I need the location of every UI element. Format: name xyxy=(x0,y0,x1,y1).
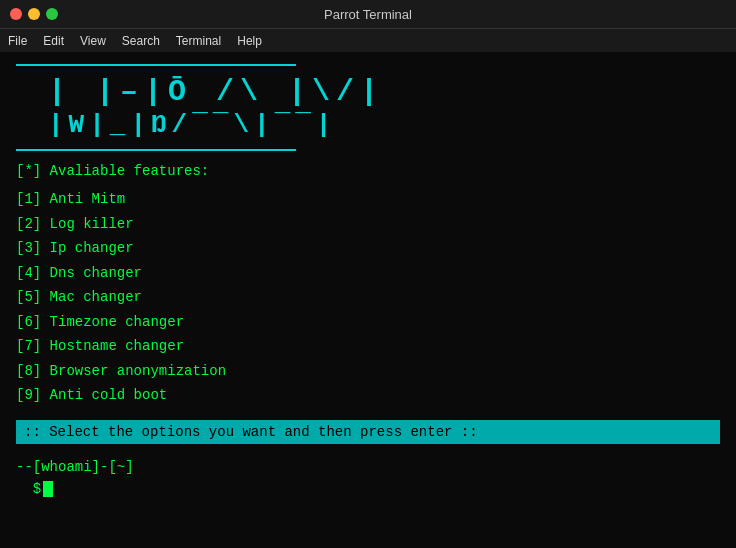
close-button[interactable] xyxy=(10,8,22,20)
feature-item-8: [8] Browser anonymization xyxy=(16,359,720,384)
feature-item-6: [6] Timezone changer xyxy=(16,310,720,335)
window-title: Parrot Terminal xyxy=(324,7,412,22)
menu-item-edit[interactable]: Edit xyxy=(43,34,64,48)
menu-bar: File Edit View Search Terminal Help xyxy=(0,28,736,52)
features-header: [*] Avaliable features: xyxy=(16,163,720,179)
ascii-line-top xyxy=(16,64,296,66)
feature-item-5: [5] Mac changer xyxy=(16,285,720,310)
selection-prompt[interactable]: :: Select the options you want and then … xyxy=(16,420,720,444)
feature-item-4: [4] Dns changer xyxy=(16,261,720,286)
menu-item-terminal[interactable]: Terminal xyxy=(176,34,221,48)
ascii-row-1: | |–|Ō /\ |\/| xyxy=(48,74,720,110)
menu-item-file[interactable]: File xyxy=(8,34,27,48)
title-bar: Parrot Terminal xyxy=(0,0,736,28)
terminal-area[interactable]: | |–|Ō /\ |\/| |W|_|Ŋ/‾‾\|‾‾| [*] Avalia… xyxy=(0,52,736,548)
ascii-row-2: |W|_|Ŋ/‾‾\|‾‾| xyxy=(48,110,720,141)
ascii-art: | |–|Ō /\ |\/| |W|_|Ŋ/‾‾\|‾‾| xyxy=(16,64,720,151)
menu-item-help[interactable]: Help xyxy=(237,34,262,48)
feature-list: [1] Anti Mitm [2] Log killer [3] Ip chan… xyxy=(16,187,720,408)
maximize-button[interactable] xyxy=(46,8,58,20)
minimize-button[interactable] xyxy=(28,8,40,20)
bash-prompt: --[whoami]-[~] $ xyxy=(16,456,720,501)
bash-sign xyxy=(16,481,33,497)
menu-item-search[interactable]: Search xyxy=(122,34,160,48)
ascii-line-bottom xyxy=(16,149,296,151)
cursor xyxy=(43,481,53,497)
traffic-lights xyxy=(10,8,58,20)
feature-item-3: [3] Ip changer xyxy=(16,236,720,261)
feature-item-9: [9] Anti cold boot xyxy=(16,383,720,408)
bash-dollar: $ xyxy=(33,481,41,497)
feature-item-2: [2] Log killer xyxy=(16,212,720,237)
menu-item-view[interactable]: View xyxy=(80,34,106,48)
feature-item-7: [7] Hostname changer xyxy=(16,334,720,359)
feature-item-1: [1] Anti Mitm xyxy=(16,187,720,212)
bash-user: -[whoami]-[~] xyxy=(24,459,133,475)
